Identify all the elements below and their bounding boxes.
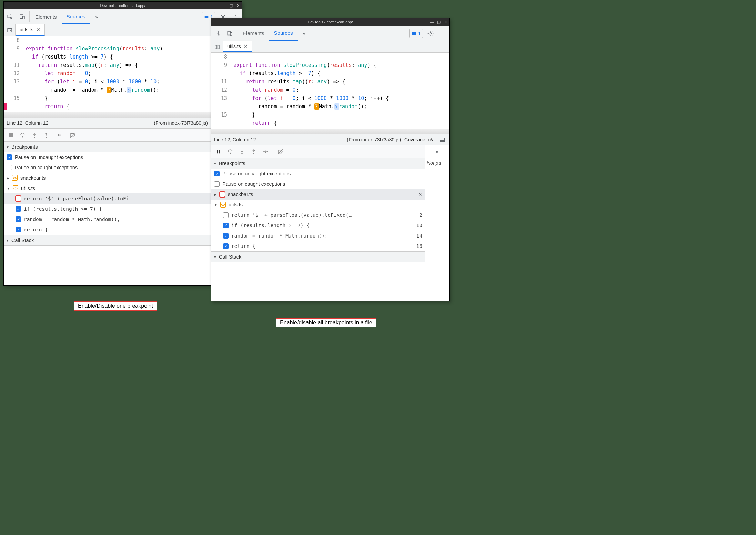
breakpoints-panel: ▼Breakpoints ✓ Pause on uncaught excepti… bbox=[4, 142, 242, 235]
horizontal-scrollbar[interactable] bbox=[211, 129, 449, 134]
checkbox-icon[interactable] bbox=[214, 181, 220, 187]
close-icon[interactable]: ✕ bbox=[418, 192, 422, 197]
maximize-icon[interactable]: ▢ bbox=[230, 3, 233, 8]
breakpoint-file-snackbar[interactable]: ▶ <> snackbar.ts bbox=[4, 173, 242, 183]
checkbox-icon[interactable] bbox=[16, 196, 21, 201]
pause-caught-row[interactable]: Pause on caught exceptions bbox=[211, 179, 425, 189]
from-label: (From index-73f73a80.js) bbox=[154, 120, 208, 126]
breakpoint-row[interactable]: ✓ random = random * Math.random(); 14 bbox=[4, 214, 242, 224]
minimize-icon[interactable]: — bbox=[222, 3, 226, 8]
callstack-header[interactable]: ▼Call Stack bbox=[4, 235, 242, 245]
checkbox-checked-icon[interactable]: ✓ bbox=[16, 206, 21, 212]
code-editor[interactable]: 8 9export function slowProcessing(result… bbox=[211, 53, 449, 129]
breakpoints-header[interactable]: ▼Breakpoints bbox=[211, 158, 425, 169]
checkbox-icon[interactable] bbox=[220, 192, 225, 197]
pause-caught-row[interactable]: Pause on caught exceptions bbox=[4, 162, 242, 173]
titlebar: DevTools - coffee-cart.app/ — ▢ ✕ bbox=[4, 2, 242, 9]
horizontal-scrollbar[interactable] bbox=[4, 112, 242, 118]
close-icon[interactable]: ✕ bbox=[236, 3, 240, 8]
checkbox-checked-icon[interactable]: ✓ bbox=[223, 223, 229, 228]
step-into-icon[interactable] bbox=[237, 147, 247, 157]
navigator-toggle-icon[interactable] bbox=[4, 24, 16, 36]
breakpoints-header[interactable]: ▼Breakpoints bbox=[4, 142, 242, 152]
step-out-icon[interactable] bbox=[249, 147, 259, 157]
issues-counter[interactable]: 1 bbox=[409, 29, 423, 38]
step-icon[interactable] bbox=[53, 130, 63, 140]
inspect-icon[interactable] bbox=[4, 9, 16, 24]
breakpoint-row[interactable]: return '$' + parseFloat(value).toFi… ✎ ✕… bbox=[4, 193, 242, 204]
breakpoint-row[interactable]: ✓ if (results.length >= 7) { 10 bbox=[4, 204, 242, 214]
checkbox-checked-icon[interactable]: ✓ bbox=[16, 216, 21, 222]
close-icon[interactable]: ✕ bbox=[36, 27, 40, 32]
breakpoint-file-utils[interactable]: ▼ <> utils.ts bbox=[211, 200, 425, 210]
breakpoint-row[interactable]: ✓ return { 16 bbox=[211, 241, 425, 251]
kebab-icon[interactable]: ⋮ bbox=[437, 26, 449, 41]
code-editor[interactable]: 8 9export function slowProcessing(result… bbox=[4, 36, 242, 112]
collapse-icon[interactable] bbox=[438, 137, 446, 143]
deactivate-breakpoints-icon[interactable] bbox=[68, 130, 78, 140]
svg-point-18 bbox=[430, 32, 432, 34]
checkbox-icon[interactable] bbox=[223, 212, 229, 218]
checkbox-icon[interactable] bbox=[7, 165, 12, 170]
checkbox-checked-icon[interactable]: ✓ bbox=[214, 171, 220, 176]
svg-point-12 bbox=[60, 134, 60, 135]
breakpoint-row[interactable]: ✓ random = random * Math.random(); 14 bbox=[211, 231, 425, 241]
svg-point-9 bbox=[22, 136, 23, 137]
not-paused-label: Not pa bbox=[425, 158, 449, 168]
window-title: DevTools - coffee-cart.app/ bbox=[100, 3, 145, 8]
step-icon[interactable] bbox=[260, 147, 271, 157]
tab-sources[interactable]: Sources bbox=[62, 9, 90, 24]
debugger-toolbar bbox=[211, 145, 425, 158]
debugger-toolbar bbox=[4, 129, 242, 142]
device-toggle-icon[interactable] bbox=[16, 9, 29, 24]
step-over-icon[interactable] bbox=[225, 147, 235, 157]
tab-elements[interactable]: Elements bbox=[30, 9, 62, 24]
svg-rect-17 bbox=[412, 32, 416, 34]
checkbox-checked-icon[interactable]: ✓ bbox=[7, 154, 12, 160]
cursor-position: Line 12, Column 12 bbox=[214, 137, 256, 142]
checkbox-checked-icon[interactable]: ✓ bbox=[223, 233, 229, 239]
source-map-link[interactable]: index-73f73a80.js bbox=[361, 137, 400, 142]
inspect-icon[interactable] bbox=[211, 26, 224, 41]
step-into-icon[interactable] bbox=[29, 130, 40, 140]
svg-point-28 bbox=[267, 151, 268, 152]
checkbox-checked-icon[interactable]: ✓ bbox=[16, 227, 21, 232]
tab-elements[interactable]: Elements bbox=[238, 26, 269, 41]
step-out-icon[interactable] bbox=[41, 130, 51, 140]
breakpoint-file-snackbar[interactable]: ▶ snackbar.ts ✕ bbox=[211, 189, 425, 200]
breakpoint-file-utils[interactable]: ▼ <> utils.ts bbox=[4, 183, 242, 193]
cursor-position: Line 12, Column 12 bbox=[7, 120, 48, 126]
titlebar: DevTools - coffee-cart.app/ — ▢ ✕ bbox=[211, 18, 449, 26]
step-over-icon[interactable] bbox=[18, 130, 28, 140]
navigator-toggle-icon[interactable] bbox=[211, 41, 223, 52]
gear-icon[interactable] bbox=[424, 26, 437, 41]
file-tab-utils[interactable]: utils.ts ✕ bbox=[16, 24, 45, 36]
breakpoint-row[interactable]: ✓ return { 16 bbox=[4, 224, 242, 235]
status-bar: Line 12, Column 12 (From index-73f73a80.… bbox=[4, 118, 242, 129]
breakpoints-panel: ▼Breakpoints ✓ Pause on uncaught excepti… bbox=[211, 158, 425, 252]
overflow-icon[interactable]: » bbox=[425, 145, 449, 158]
deactivate-breakpoints-icon[interactable] bbox=[275, 147, 285, 157]
tabs-overflow-icon[interactable]: » bbox=[90, 9, 103, 24]
device-toggle-icon[interactable] bbox=[224, 26, 236, 41]
breakpoint-row[interactable]: ✓ if (results.length >= 7) { 10 bbox=[211, 220, 425, 231]
pause-uncaught-row[interactable]: ✓ Pause on uncaught exceptions bbox=[4, 152, 242, 162]
pause-icon[interactable] bbox=[6, 130, 16, 140]
close-icon[interactable]: ✕ bbox=[444, 20, 447, 24]
breakpoint-row[interactable]: return '$' + parseFloat(value).toFixed(…… bbox=[211, 210, 425, 220]
file-tab-utils[interactable]: utils.ts ✕ bbox=[223, 41, 252, 52]
svg-rect-19 bbox=[215, 45, 219, 49]
tab-sources[interactable]: Sources bbox=[269, 26, 298, 41]
minimize-icon[interactable]: — bbox=[430, 20, 434, 24]
checkbox-checked-icon[interactable]: ✓ bbox=[223, 243, 229, 249]
source-map-link[interactable]: index-73f73a80.js bbox=[168, 120, 206, 126]
side-panel: » Not pa bbox=[425, 145, 449, 301]
svg-rect-3 bbox=[205, 15, 209, 18]
maximize-icon[interactable]: ▢ bbox=[437, 20, 441, 24]
tabs-overflow-icon[interactable]: » bbox=[298, 26, 310, 41]
callstack-header[interactable]: ▼Call Stack bbox=[211, 252, 425, 262]
file-tab-label: utils.ts bbox=[227, 43, 241, 49]
pause-icon[interactable] bbox=[213, 147, 224, 157]
close-icon[interactable]: ✕ bbox=[244, 43, 248, 49]
pause-uncaught-row[interactable]: ✓ Pause on uncaught exceptions bbox=[211, 169, 425, 179]
